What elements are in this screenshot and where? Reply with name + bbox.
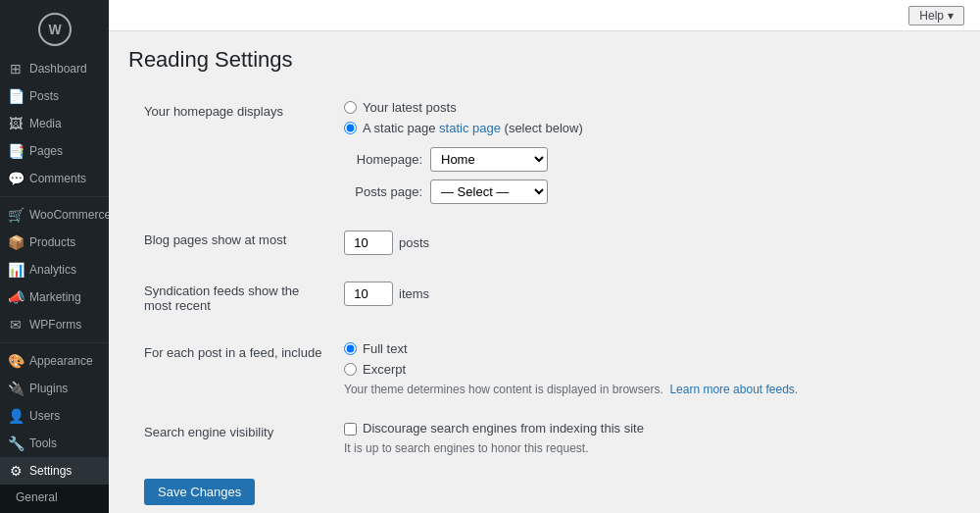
sidebar-item-label: Pages bbox=[29, 144, 63, 158]
analytics-icon: 📊 bbox=[8, 262, 24, 278]
sidebar-item-label: Marketing bbox=[29, 290, 81, 304]
discourage-checkbox[interactable] bbox=[344, 423, 357, 436]
search-engine-label: Search engine visibility bbox=[144, 425, 273, 439]
static-page-option[interactable]: A static page static page (select below) bbox=[344, 121, 945, 135]
sidebar-item-dashboard[interactable]: ⊞ Dashboard bbox=[0, 55, 109, 82]
sidebar-item-label: Settings bbox=[29, 464, 72, 478]
sidebar-divider bbox=[0, 196, 109, 197]
blog-pages-input[interactable] bbox=[344, 231, 393, 255]
help-button[interactable]: Help ▾ bbox=[908, 6, 964, 26]
sidebar-item-plugins[interactable]: 🔌 Plugins bbox=[0, 375, 109, 402]
homepage-displays-row: Your homepage displays Your latest posts… bbox=[128, 88, 960, 217]
settings-form-table: Your homepage displays Your latest posts… bbox=[128, 88, 960, 467]
syndication-feeds-unit: items bbox=[399, 286, 429, 301]
sidebar-item-products[interactable]: 📦 Products bbox=[0, 229, 109, 256]
sidebar-item-media[interactable]: 🖼 Media bbox=[0, 110, 109, 137]
submenu-label: General bbox=[16, 490, 58, 504]
syndication-feeds-input[interactable] bbox=[344, 282, 393, 306]
wp-logo: W bbox=[0, 0, 109, 55]
homepage-radio-group: Your latest posts A static page static p… bbox=[344, 100, 945, 135]
sidebar-item-pages[interactable]: 📑 Pages bbox=[0, 137, 109, 165]
sidebar-item-label: Posts bbox=[29, 89, 59, 103]
sidebar-item-label: Plugins bbox=[29, 382, 68, 395]
settings-icon: ⚙ bbox=[8, 463, 24, 479]
full-text-option[interactable]: Full text bbox=[344, 341, 945, 356]
latest-posts-option[interactable]: Your latest posts bbox=[344, 100, 945, 115]
excerpt-label: Excerpt bbox=[363, 362, 406, 377]
homepage-sub-fields: Homepage: Home Posts page: — Select — bbox=[344, 147, 945, 204]
homepage-field-label: Homepage: bbox=[344, 152, 422, 167]
homepage-field-row: Homepage: Home bbox=[344, 147, 945, 172]
comments-icon: 💬 bbox=[8, 171, 24, 186]
learn-more-feeds-link[interactable]: Learn more about feeds bbox=[669, 383, 794, 396]
excerpt-radio[interactable] bbox=[344, 363, 357, 376]
blog-pages-row: Blog pages show at most posts bbox=[128, 217, 960, 268]
sidebar-item-label: WooCommerce bbox=[29, 208, 109, 222]
sidebar-item-marketing[interactable]: 📣 Marketing bbox=[0, 283, 109, 311]
woocommerce-icon: 🛒 bbox=[8, 207, 24, 223]
sidebar-item-label: Media bbox=[29, 117, 62, 130]
sidebar-item-woocommerce[interactable]: 🛒 WooCommerce bbox=[0, 201, 109, 229]
users-icon: 👤 bbox=[8, 408, 24, 424]
help-label: Help bbox=[919, 9, 944, 23]
sidebar-item-users[interactable]: 👤 Users bbox=[0, 402, 109, 430]
svg-text:W: W bbox=[48, 22, 62, 37]
sidebar: W ⊞ Dashboard 📄 Posts 🖼 Media 📑 Pages 💬 … bbox=[0, 0, 109, 513]
tools-icon: 🔧 bbox=[8, 436, 24, 451]
sidebar-divider-2 bbox=[0, 342, 109, 343]
page-content: Reading Settings Your homepage displays … bbox=[109, 31, 980, 513]
marketing-icon: 📣 bbox=[8, 289, 24, 305]
pages-icon: 📑 bbox=[8, 143, 24, 159]
sidebar-item-posts[interactable]: 📄 Posts bbox=[0, 82, 109, 110]
posts-icon: 📄 bbox=[8, 88, 24, 104]
sidebar-item-wpforms[interactable]: ✉ WPForms bbox=[0, 311, 109, 338]
media-icon: 🖼 bbox=[8, 116, 24, 131]
sidebar-item-appearance[interactable]: 🎨 Appearance bbox=[0, 347, 109, 375]
blog-pages-unit: posts bbox=[399, 235, 429, 250]
discourage-checkbox-row: Discourage search engines from indexing … bbox=[344, 421, 945, 436]
page-title: Reading Settings bbox=[128, 47, 960, 73]
sidebar-submenu-item-general[interactable]: General bbox=[0, 485, 109, 510]
static-page-link[interactable]: static page bbox=[439, 121, 501, 135]
sidebar-item-label: Dashboard bbox=[29, 62, 87, 76]
sidebar-item-analytics[interactable]: 📊 Analytics bbox=[0, 256, 109, 283]
chevron-down-icon: ▾ bbox=[948, 9, 954, 23]
wpforms-icon: ✉ bbox=[8, 317, 24, 333]
posts-page-field-label: Posts page: bbox=[344, 184, 422, 199]
full-text-radio[interactable] bbox=[344, 342, 357, 355]
blog-pages-label: Blog pages show at most bbox=[144, 232, 286, 247]
search-engine-hint: It is up to search engines to honor this… bbox=[344, 441, 945, 455]
sidebar-item-label: Tools bbox=[29, 436, 57, 450]
dashboard-icon: ⊞ bbox=[8, 61, 24, 77]
feed-include-row: For each post in a feed, include Full te… bbox=[128, 330, 960, 409]
discourage-label: Discourage search engines from indexing … bbox=[363, 421, 644, 436]
sidebar-item-label: Users bbox=[29, 409, 60, 423]
homepage-select[interactable]: Home bbox=[430, 147, 548, 172]
syndication-feeds-row: Syndication feeds show the most recent i… bbox=[128, 268, 960, 330]
posts-page-field-row: Posts page: — Select — bbox=[344, 180, 945, 204]
latest-posts-radio[interactable] bbox=[344, 101, 357, 114]
products-icon: 📦 bbox=[8, 234, 24, 250]
topbar: Help ▾ bbox=[109, 0, 980, 31]
sidebar-item-comments[interactable]: 💬 Comments bbox=[0, 165, 109, 192]
sidebar-item-label: Appearance bbox=[29, 354, 93, 368]
feed-hint: Your theme determines how content is dis… bbox=[344, 383, 945, 396]
sidebar-item-label: Comments bbox=[29, 172, 86, 185]
save-changes-button[interactable]: Save Changes bbox=[144, 479, 255, 505]
sidebar-item-label: Products bbox=[29, 235, 75, 249]
search-engine-row: Search engine visibility Discourage sear… bbox=[128, 409, 960, 468]
feed-radio-group: Full text Excerpt bbox=[344, 341, 945, 377]
sidebar-item-settings[interactable]: ⚙ Settings bbox=[0, 457, 109, 485]
homepage-displays-label: Your homepage displays bbox=[144, 104, 283, 119]
excerpt-option[interactable]: Excerpt bbox=[344, 362, 945, 377]
full-text-label: Full text bbox=[363, 341, 408, 356]
main-content: Help ▾ Reading Settings Your homepage di… bbox=[109, 0, 980, 513]
static-page-label: A static page static page (select below) bbox=[363, 121, 583, 135]
appearance-icon: 🎨 bbox=[8, 353, 24, 369]
settings-submenu: General Writing Reading Discussion Media… bbox=[0, 485, 109, 513]
posts-page-select[interactable]: — Select — bbox=[430, 180, 548, 204]
syndication-label: Syndication feeds show the most recent bbox=[144, 283, 299, 313]
sidebar-item-tools[interactable]: 🔧 Tools bbox=[0, 430, 109, 457]
static-page-radio[interactable] bbox=[344, 122, 357, 134]
plugins-icon: 🔌 bbox=[8, 381, 24, 396]
